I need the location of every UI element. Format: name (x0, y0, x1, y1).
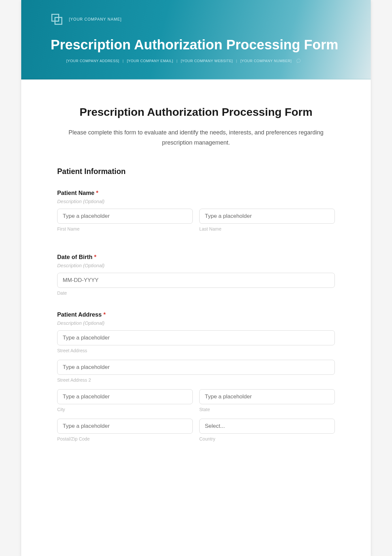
company-website: [YOUR COMPANY WEBSITE] (181, 59, 233, 63)
street-address-sublabel: Street Address (57, 348, 335, 353)
country-select[interactable] (199, 419, 335, 434)
required-marker: * (103, 311, 106, 318)
first-name-input[interactable] (57, 209, 193, 224)
dob-label: Date of Birth * (57, 254, 335, 261)
company-number: [YOUR COMPANY NUMBER] (240, 59, 292, 63)
address-desc: Description (Optional) (57, 320, 335, 326)
page-title: Prescription Authorization Processing Fo… (57, 106, 335, 118)
city-input[interactable] (57, 389, 193, 404)
separator: | (176, 59, 177, 63)
company-name: [YOUR COMPANY NAME] (69, 17, 122, 22)
field-patient-name: Patient Name * Description (Optional) Fi… (57, 190, 335, 238)
label-text: Date of Birth (57, 254, 92, 260)
field-address: Patient Address * Description (Optional)… (57, 311, 335, 448)
dob-input[interactable] (57, 273, 335, 288)
last-name-sublabel: Last Name (199, 226, 335, 232)
required-marker: * (96, 190, 98, 196)
last-name-input[interactable] (199, 209, 335, 224)
postal-sublabel: Postal/Zip Code (57, 436, 193, 442)
header-meta: [YOUR COMPANY ADDRESS] | [YOUR COMPANY E… (66, 59, 341, 63)
separator: | (122, 59, 123, 63)
postal-code-input[interactable] (57, 419, 193, 434)
dob-desc: Description (Optional) (57, 263, 335, 268)
section-patient-info: Patient Information (57, 167, 335, 176)
address-label: Patient Address * (57, 311, 335, 318)
state-sublabel: State (199, 407, 335, 412)
street-address-input[interactable] (57, 330, 335, 345)
header-title: Prescription Authorization Processing Fo… (51, 37, 341, 53)
label-text: Patient Name (57, 190, 94, 196)
form-intro: Please complete this form to evaluate an… (57, 128, 335, 148)
patient-name-label: Patient Name * (57, 190, 335, 197)
street-address-2-input[interactable] (57, 360, 335, 375)
company-address: [YOUR COMPANY ADDRESS] (66, 59, 119, 63)
field-dob: Date of Birth * Description (Optional) D… (57, 254, 335, 296)
company-email: [YOUR COMPANY EMAIL] (127, 59, 173, 63)
required-marker: * (94, 254, 96, 260)
country-sublabel: Country (199, 436, 335, 442)
label-text: Patient Address (57, 311, 102, 318)
state-input[interactable] (199, 389, 335, 404)
company-logo-icon (51, 13, 63, 26)
chat-icon (296, 59, 301, 63)
dob-sublabel: Date (57, 290, 335, 296)
city-sublabel: City (57, 407, 193, 412)
first-name-sublabel: First Name (57, 226, 193, 232)
patient-name-desc: Description (Optional) (57, 199, 335, 204)
form-header: [YOUR COMPANY NAME] Prescription Authori… (21, 0, 371, 79)
separator: | (236, 59, 237, 63)
street-address-2-sublabel: Street Address 2 (57, 377, 335, 383)
